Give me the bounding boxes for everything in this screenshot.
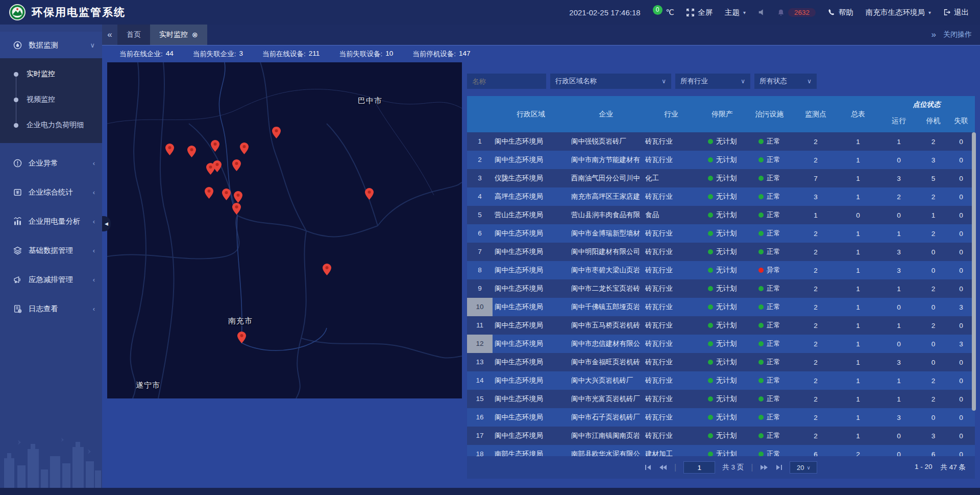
table-row[interactable]: 4 高坪生态环境局 南充市高坪区王家店建 砖瓦行业 无计划 正常 3 1 2 2… [467, 187, 975, 206]
row-seq: 9 [467, 279, 493, 298]
map-pin[interactable] [272, 127, 281, 138]
row-region: 阆中生态环境局 [493, 229, 569, 238]
row-region: 阆中生态环境局 [493, 394, 569, 404]
tabs-scroll-left-button[interactable]: « [102, 25, 117, 45]
table-row[interactable]: 16 阆中生态环境局 阆中市石子页岩机砖厂 砖瓦行业 无计划 正常 2 1 3 … [467, 408, 975, 427]
org-user-dropdown[interactable]: 南充市生态环境局 ▾ [866, 8, 931, 17]
last-page-icon[interactable] [775, 464, 782, 470]
table-row[interactable]: 7 阆中生态环境局 阆中明阳建材有限公司 砖瓦行业 无计划 正常 2 1 3 0… [467, 243, 975, 261]
map-pin[interactable] [213, 160, 222, 172]
map-pin[interactable] [232, 203, 241, 215]
row-total-meter: 1 [838, 175, 878, 182]
table-row[interactable]: 15 阆中生态环境局 阆中市光富页岩机砖厂 砖瓦行业 无计划 正常 2 1 1 … [467, 390, 975, 408]
table-row[interactable]: 12 阆中生态环境局 阆中市忠信建材有限公 砖瓦行业 无计划 正常 2 1 0 … [467, 335, 975, 353]
tabs-scroll-right-icon[interactable]: » [932, 30, 936, 40]
table-row[interactable]: 1 阆中生态环境局 阆中强锐页岩砖厂 砖瓦行业 无计划 正常 2 1 1 2 0 [467, 132, 975, 151]
sidebar-subitem-power-load-detail[interactable]: 企业电力负荷明细 [0, 112, 102, 138]
sidebar-item-data-monitoring[interactable]: 数据监测 ∨ [0, 32, 102, 58]
map-pin[interactable] [234, 191, 242, 203]
table-row[interactable]: 2 阆中生态环境局 阆中市南方节能建材有 砖瓦行业 无计划 正常 2 1 0 3… [467, 151, 975, 169]
column-header-stop-limit: 停限产 [699, 110, 745, 119]
map-pin[interactable] [205, 187, 213, 199]
map-pin[interactable] [237, 332, 246, 343]
bullet-icon [14, 123, 18, 128]
logout-button[interactable]: 退出 [943, 8, 969, 17]
map-pin[interactable] [232, 159, 241, 171]
table-row[interactable]: 3 仪陇生态环境局 西南油气田分公司川中 化工 无计划 正常 7 1 3 5 0 [467, 169, 975, 187]
tab-realtime-monitoring[interactable]: 实时监控 ⊗ [150, 25, 207, 45]
facility-dot [758, 286, 764, 291]
row-monitor-points: 2 [794, 156, 838, 164]
map-pin[interactable] [222, 188, 231, 200]
page-number-input[interactable] [683, 461, 715, 474]
map-pin[interactable] [211, 140, 219, 152]
industry-select[interactable]: 所有行业 ∨ [675, 74, 750, 89]
row-seq: 12 [467, 335, 493, 353]
map-pin[interactable] [365, 188, 374, 200]
map-pin[interactable] [323, 264, 331, 275]
sidebar-item-emergency-reduction[interactable]: 应急减排管理 ‹ [0, 266, 102, 293]
fullscreen-button[interactable]: 全屏 [687, 8, 713, 17]
row-pollution-facility: 正常 [745, 174, 794, 183]
sidebar-item-power-analysis[interactable]: 企业用电量分析 ‹ [0, 208, 102, 234]
sidebar-subitem-video-monitoring[interactable]: 视频监控 [0, 87, 102, 112]
row-pollution-facility: 正常 [745, 413, 794, 422]
theme-dropdown[interactable]: 主题 ▾ [725, 8, 746, 17]
phone-icon [828, 9, 835, 16]
table-row[interactable]: 11 阆中生态环境局 阆中市五马桥页岩机砖 砖瓦行业 无计划 正常 2 1 1 … [467, 316, 975, 335]
sidebar-item-log-view[interactable]: 日志查看 ‹ [0, 295, 102, 322]
name-search-input[interactable] [467, 74, 546, 89]
map-pin[interactable] [240, 143, 249, 154]
table-row[interactable]: 17 阆中生态环境局 阆中市江南镇阆南页岩 砖瓦行业 无计划 正常 2 1 0 … [467, 427, 975, 445]
statistics-icon [13, 188, 22, 197]
notification-area[interactable]: 2632 [777, 8, 816, 17]
row-running: 3 [878, 248, 919, 256]
table-row[interactable]: 8 阆中生态环境局 阆中市枣碧大梁山页岩 砖瓦行业 无计划 异常 2 1 3 0… [467, 261, 975, 279]
table-row[interactable]: 9 阆中生态环境局 阆中市二龙长宝页岩砖 砖瓦行业 无计划 正常 2 1 1 2… [467, 279, 975, 298]
chevron-collapsed-icon: ‹ [93, 305, 95, 313]
previous-page-icon[interactable] [659, 464, 667, 470]
table-row[interactable]: 10 阆中生态环境局 阆中千佛镇五郎垭页岩 砖瓦行业 无计划 正常 2 1 0 … [467, 298, 975, 316]
next-page-icon[interactable] [760, 464, 768, 470]
row-stopped: 3 [919, 432, 947, 440]
map-panel[interactable]: 巴中市 南充市 遂宁市 [107, 62, 462, 398]
stat-offline-enterprises: 当前失联企业:3 [193, 50, 243, 59]
close-operations-button[interactable]: 关闭操作 [943, 30, 972, 39]
map-city-label: 巴中市 [358, 96, 382, 106]
row-running: 2 [878, 193, 919, 201]
row-region: 高坪生态环境局 [493, 192, 569, 201]
row-industry: 砖瓦行业 [643, 431, 699, 440]
sidebar-item-enterprise-abnormal[interactable]: 企业异常 ‹ [0, 150, 102, 176]
sidebar-subitem-realtime-monitoring[interactable]: 实时监控 [0, 61, 102, 87]
tab-home[interactable]: 首页 [117, 25, 150, 45]
table-row[interactable]: 14 阆中生态环境局 阆中大兴页岩机砖厂 砖瓦行业 无计划 正常 2 1 1 2… [467, 371, 975, 390]
row-industry: 砖瓦行业 [643, 394, 699, 404]
table-row[interactable]: 6 阆中生态环境局 阆中市金博瑞新型墙材 砖瓦行业 无计划 正常 2 1 1 2… [467, 224, 975, 243]
map-pin[interactable] [165, 144, 174, 155]
first-page-icon[interactable] [645, 464, 652, 470]
row-seq: 1 [467, 132, 493, 151]
table-row[interactable]: 5 营山生态环境局 营山县润丰肉食品有限 食品 无计划 正常 1 0 0 1 0 [467, 206, 975, 224]
row-total-meter: 1 [838, 322, 878, 329]
mute-speaker-button[interactable] [758, 9, 765, 16]
tab-close-icon[interactable]: ⊗ [192, 31, 198, 39]
row-total-meter: 1 [838, 395, 878, 403]
status-select[interactable]: 所有状态 ∨ [754, 74, 817, 89]
row-running: 1 [878, 285, 919, 293]
row-monitor-points: 2 [794, 322, 838, 329]
map-pin[interactable] [187, 146, 196, 157]
stop-limit-status-dot [708, 323, 713, 328]
help-button[interactable]: 帮助 [828, 8, 853, 17]
page-size-select[interactable]: 20 ∨ [790, 461, 817, 474]
table-row[interactable]: 13 阆中生态环境局 阆中市金福旺页岩机砖 砖瓦行业 无计划 正常 2 1 3 … [467, 353, 975, 371]
sidebar-item-enterprise-statistics[interactable]: 企业综合统计 ‹ [0, 179, 102, 205]
row-industry: 砖瓦行业 [643, 376, 699, 385]
row-monitor-points: 2 [794, 285, 838, 293]
chevron-down-icon: ▾ [743, 10, 746, 15]
logout-icon [943, 9, 950, 16]
region-select[interactable]: 行政区域名称 ∨ [550, 74, 671, 89]
row-enterprise: 阆中市光富页岩机砖厂 [569, 394, 643, 404]
sidebar-item-base-data[interactable]: 基础数据管理 ‹ [0, 237, 102, 264]
table-scrollbar-thumb[interactable] [972, 132, 976, 411]
row-pollution-facility: 正常 [745, 155, 794, 164]
